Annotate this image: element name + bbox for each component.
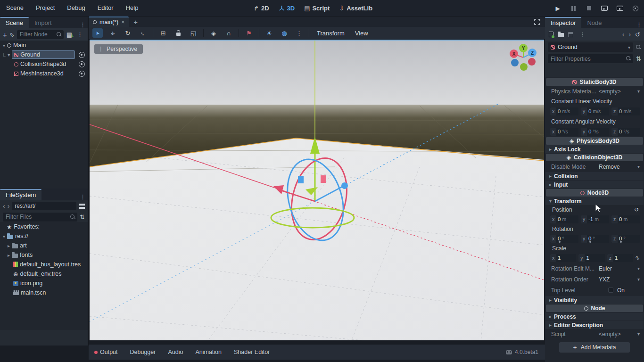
property-rotation-order[interactable]: Rotation Order YXZ ▾ xyxy=(545,274,644,285)
expand-viewport-icon[interactable] xyxy=(534,19,540,25)
shader-editor-button[interactable]: Shader Editor xyxy=(234,349,270,355)
transform-menu[interactable]: Transform xyxy=(314,30,347,37)
fs-row-res[interactable]: ▾ res:// xyxy=(0,231,88,241)
stop-button[interactable] xyxy=(585,5,593,12)
fs-row-default-env[interactable]: ⊕ default_env.tres xyxy=(0,269,88,279)
revert-icon[interactable]: ↺ xyxy=(634,206,639,213)
tab-node[interactable]: Node xyxy=(581,18,607,28)
cav-x-field[interactable]: x0°/s xyxy=(550,128,578,136)
menu-project[interactable]: Project xyxy=(30,0,61,16)
collapse-icon[interactable]: ▾ xyxy=(8,52,10,58)
movie-maker-button[interactable] xyxy=(632,5,639,12)
debugger-button[interactable]: Debugger xyxy=(130,349,156,355)
link-scale-icon[interactable]: ∞ xyxy=(634,254,642,262)
workspace-2d[interactable]: ↱ 2D xyxy=(254,5,269,12)
play-custom-scene-button[interactable] xyxy=(616,5,624,12)
position-y-field[interactable]: y-1m xyxy=(581,215,609,223)
visibility-toggle-icon[interactable] xyxy=(79,52,85,58)
fs-row-fonts[interactable]: ▸ fonts xyxy=(0,250,88,260)
tree-row-main[interactable]: ▾ Main xyxy=(0,41,88,50)
menu-scene[interactable]: Scene xyxy=(0,0,30,16)
tab-filesystem[interactable]: FileSystem xyxy=(0,189,41,200)
attach-script-button[interactable]: ▤+ xyxy=(66,32,72,38)
menu-debug[interactable]: Debug xyxy=(61,0,91,16)
camera-override-button[interactable]: ⚑ xyxy=(244,28,254,38)
animation-button[interactable]: Animation xyxy=(195,349,222,355)
filter-files-input[interactable] xyxy=(3,213,77,222)
tab-scene[interactable]: Scene xyxy=(0,17,29,28)
workspace-assetlib[interactable]: ⇩ AssetLib xyxy=(339,5,372,12)
position-z-field[interactable]: z0m xyxy=(611,215,640,223)
group-visibility[interactable]: ▸ Visibility xyxy=(545,296,644,304)
scale-x-field[interactable]: x1 xyxy=(550,254,576,262)
collapse-icon[interactable]: ▾ xyxy=(3,234,5,239)
group-button[interactable]: ◱ xyxy=(188,28,198,38)
resource-menu-icon[interactable]: ⋮ xyxy=(578,31,587,38)
property-rotation-edit-mode[interactable]: Rotation Edit M... Euler ▾ xyxy=(545,263,644,274)
navigation-gizmo[interactable]: Y X Z xyxy=(508,42,538,73)
history-back-icon[interactable]: ‹ xyxy=(622,31,625,38)
group-transform[interactable]: ▾ Transform xyxy=(545,197,644,205)
preview-environment-button[interactable]: ◍ xyxy=(279,28,289,38)
list-select-button[interactable]: ⊞ xyxy=(158,28,168,38)
fs-row-default-bus-layout[interactable]: default_bus_layout.tres xyxy=(0,260,88,269)
cav-z-field[interactable]: z0°/s xyxy=(611,128,640,136)
rotation-y-field[interactable]: y0° xyxy=(581,235,609,243)
selected-node-ground[interactable]: Ground xyxy=(12,50,75,59)
split-view-icon[interactable] xyxy=(79,204,85,209)
save-resource-icon[interactable] xyxy=(568,32,573,37)
property-physics-material[interactable]: Physics Material ... <empty> ▾ xyxy=(545,86,644,96)
scale-z-field[interactable]: z1 xyxy=(607,254,633,262)
preview-settings-icon[interactable]: ⋮ xyxy=(294,30,304,37)
fs-row-main-tscn[interactable]: main.tscn xyxy=(0,288,88,297)
workspace-script[interactable]: ▤ Script xyxy=(304,5,330,12)
lock-button[interactable] xyxy=(173,28,183,38)
preview-sun-button[interactable]: ☀ xyxy=(264,28,274,38)
fs-row-favorites[interactable]: ★ Favorites: xyxy=(0,222,88,231)
scene-tab-main[interactable]: main(*) × xyxy=(89,16,129,27)
scene-dock-menu-icon[interactable]: ⋮ xyxy=(78,21,88,28)
clv-y-field[interactable]: y0m/s xyxy=(581,107,609,115)
property-disable-mode[interactable]: Disable Mode Remove ▾ xyxy=(545,162,644,172)
audio-button[interactable]: Audio xyxy=(168,349,183,355)
filesystem-menu-icon[interactable]: ⋮ xyxy=(78,193,88,200)
scale-mode-button[interactable]: ↔ xyxy=(138,28,148,38)
rotation-x-field[interactable]: x0° xyxy=(550,235,578,243)
fs-row-art[interactable]: ▸ art xyxy=(0,241,88,250)
scene-tree-menu-icon[interactable]: ⋮ xyxy=(75,31,85,38)
expand-icon[interactable]: ▸ xyxy=(8,243,10,248)
history-icon[interactable]: ↺ xyxy=(635,31,640,38)
history-forward-icon[interactable]: › xyxy=(628,31,631,38)
path-field[interactable] xyxy=(12,202,76,210)
add-node-button[interactable]: + xyxy=(3,31,7,38)
top-level-checkbox[interactable] xyxy=(608,288,613,293)
tab-inspector[interactable]: Inspector xyxy=(545,17,581,28)
clv-x-field[interactable]: x0m/s xyxy=(550,107,578,115)
expand-icon[interactable]: ▸ xyxy=(8,253,10,258)
menu-editor[interactable]: Editor xyxy=(91,0,120,16)
sort-files-icon[interactable]: ⇅ xyxy=(80,214,85,220)
rotate-mode-button[interactable]: ↻ xyxy=(123,28,133,38)
output-button[interactable]: Output xyxy=(94,349,118,355)
group-editor-description[interactable]: ▸ Editor Description xyxy=(545,321,644,329)
group-input[interactable]: ▸ Input xyxy=(545,181,644,189)
property-script[interactable]: Script <empty> ▾ xyxy=(545,329,644,339)
edited-object-selector[interactable]: Ground ▾ xyxy=(548,42,633,52)
clv-z-field[interactable]: z0m/s xyxy=(611,107,640,115)
group-axis-lock[interactable]: ▸ Axis Lock xyxy=(545,145,644,153)
3d-viewport[interactable]: Y X Z ⋮ Perspective xyxy=(90,40,544,340)
rotation-z-field[interactable]: z0° xyxy=(611,235,640,243)
select-mode-button[interactable]: ➤ xyxy=(92,28,103,38)
instance-scene-button[interactable]: ∞ xyxy=(8,31,16,38)
scale-y-field[interactable]: y1 xyxy=(578,254,604,262)
new-resource-icon[interactable] xyxy=(549,32,553,37)
snap-button[interactable]: ∩ xyxy=(223,28,234,38)
group-collision[interactable]: ▸ Collision xyxy=(545,172,644,180)
load-resource-icon[interactable] xyxy=(558,33,564,37)
close-tab-icon[interactable]: × xyxy=(121,19,124,25)
menu-help[interactable]: Help xyxy=(120,0,145,16)
projection-selector[interactable]: ⋮ Perspective xyxy=(94,44,143,54)
view-menu[interactable]: View xyxy=(352,30,371,37)
play-scene-button[interactable] xyxy=(601,5,608,12)
new-tab-button[interactable]: + xyxy=(129,18,142,26)
